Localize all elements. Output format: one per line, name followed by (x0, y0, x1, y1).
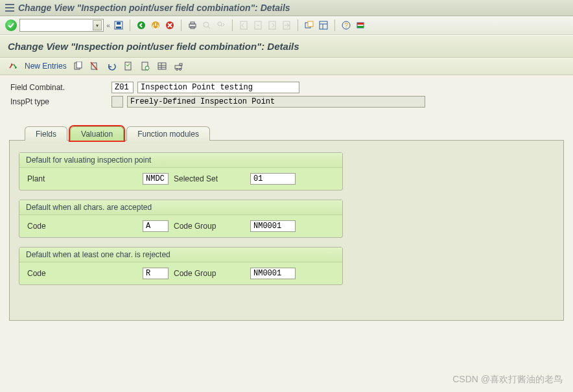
group-title: Default for valuating inspection point (19, 153, 342, 168)
codegroup-reject-input[interactable] (250, 268, 296, 279)
selected-set-label: Selected Set (174, 174, 245, 183)
svg-rect-19 (320, 21, 327, 29)
tab-body: Default for valuating inspection point P… (9, 140, 564, 321)
undo-icon[interactable] (106, 60, 117, 72)
history-back-icon[interactable]: « (106, 21, 110, 29)
group-title: Default when at least one char. is rejec… (19, 248, 342, 262)
svg-rect-18 (308, 21, 313, 27)
code-label: Code (27, 269, 137, 278)
print-entry-icon[interactable] (139, 60, 151, 72)
svg-rect-25 (357, 23, 364, 25)
svg-point-9 (204, 22, 209, 27)
layout-icon[interactable] (318, 19, 329, 31)
find-icon (201, 19, 213, 31)
svg-rect-34 (158, 63, 166, 69)
group-title: Default when all chars. are accepted (19, 200, 342, 215)
find-next-icon (215, 19, 227, 31)
menu-icon[interactable] (5, 3, 14, 12)
form-area: Field Combinat. InspPt type (0, 75, 573, 117)
insppt-type-code (111, 96, 123, 108)
select-entry-icon[interactable] (123, 60, 134, 72)
tab-valuation[interactable]: Valuation (70, 126, 124, 141)
svg-point-33 (145, 66, 149, 70)
cancel-icon[interactable] (164, 19, 176, 31)
app-toolbar: New Entries (0, 58, 573, 75)
insppt-type-desc (127, 96, 425, 108)
plant-input[interactable] (143, 173, 169, 185)
transport-icon[interactable] (173, 60, 185, 72)
help-icon[interactable]: ? (340, 19, 352, 31)
customize-icon[interactable] (355, 19, 366, 31)
field-combinat-label: Field Combinat. (10, 83, 108, 92)
field-combinat-code[interactable] (111, 82, 134, 93)
window-titlebar: Change View "Inspection point/user field… (0, 0, 573, 16)
svg-point-39 (176, 69, 178, 71)
dropdown-icon[interactable]: ▾ (93, 20, 102, 30)
plant-label: Plant (27, 174, 137, 183)
ok-icon[interactable] (5, 19, 17, 31)
window-title: Change View "Inspection point/user field… (18, 3, 290, 13)
codegroup-label: Code Group (174, 222, 245, 231)
watermark: CSDN @喜欢打酱油的老鸟 (452, 374, 563, 386)
page-title: Change View "Inspection point/user field… (8, 41, 299, 52)
codegroup-label: Code Group (174, 269, 245, 278)
svg-rect-26 (357, 26, 364, 28)
first-page-icon (238, 19, 250, 31)
selected-set-input[interactable] (250, 173, 296, 185)
svg-rect-1 (116, 27, 121, 29)
delete-icon[interactable] (89, 60, 100, 72)
svg-line-10 (208, 27, 210, 29)
new-entries-button[interactable]: New Entries (25, 62, 67, 71)
copy-icon[interactable] (72, 60, 84, 72)
save-icon[interactable] (113, 19, 124, 31)
group-one-rejected: Default when at least one char. is rejec… (19, 247, 343, 285)
tabstrip: Fields Valuation Function modules (9, 126, 564, 140)
print-icon[interactable] (187, 19, 198, 31)
insppt-type-label: InspPt type (10, 97, 108, 106)
page-header: Change View "Inspection point/user field… (0, 35, 573, 58)
exit-icon[interactable] (150, 19, 161, 31)
svg-rect-7 (191, 22, 194, 24)
prev-page-icon (252, 19, 264, 31)
code-accept-input[interactable] (143, 220, 169, 232)
svg-rect-28 (76, 62, 82, 68)
tab-function-modules[interactable]: Function modules (126, 126, 210, 141)
next-page-icon (266, 19, 278, 31)
svg-rect-2 (117, 22, 121, 25)
codegroup-accept-input[interactable] (250, 220, 296, 232)
system-toolbar: ▾ « ? (0, 16, 573, 35)
svg-point-3 (137, 21, 145, 29)
toggle-icon[interactable] (8, 60, 19, 72)
group-default-valuating: Default for valuating inspection point P… (19, 152, 343, 190)
group-all-accepted: Default when all chars. are accepted Cod… (19, 200, 343, 238)
table-view-icon[interactable] (156, 60, 168, 72)
tab-fields[interactable]: Fields (25, 126, 67, 141)
back-icon[interactable] (135, 19, 147, 31)
svg-rect-41 (180, 63, 182, 65)
new-session-icon[interactable] (303, 19, 315, 31)
code-reject-input[interactable] (143, 268, 169, 279)
svg-point-40 (179, 69, 181, 71)
code-label: Code (27, 222, 137, 231)
svg-line-12 (221, 25, 222, 27)
last-page-icon (281, 19, 292, 31)
command-field[interactable]: ▾ (19, 19, 104, 32)
svg-text:?: ? (344, 22, 348, 29)
field-combinat-desc[interactable] (137, 82, 299, 93)
